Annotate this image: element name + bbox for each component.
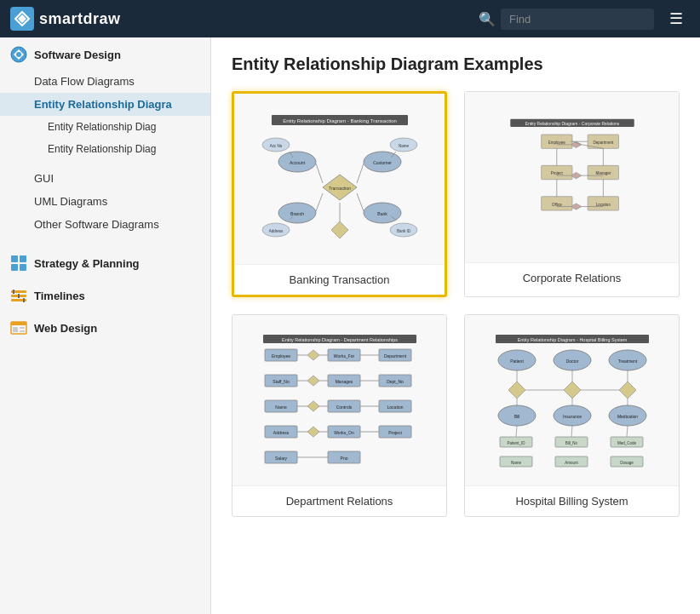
svg-rect-6 <box>20 255 26 262</box>
strategy-label: Strategy & Planning <box>34 257 140 270</box>
svg-text:Address: Address <box>268 229 283 233</box>
search-icon[interactable]: 🔍 <box>479 11 496 27</box>
svg-line-40 <box>316 164 323 183</box>
svg-rect-13 <box>18 294 20 298</box>
svg-marker-136 <box>564 382 581 399</box>
sidebar-item-entity-rel-sub2[interactable]: Entity Relationship Diag <box>0 138 210 160</box>
hamburger-menu-button[interactable]: ☰ <box>663 6 690 32</box>
sidebar-item-timelines[interactable]: Timelines <box>0 278 210 311</box>
svg-text:Treatment: Treatment <box>617 359 637 364</box>
svg-marker-137 <box>619 382 636 399</box>
svg-text:Entity Relationship Diagram - : Entity Relationship Diagram - Department… <box>281 337 397 342</box>
diagram-label-hospital: Hospital Billing System <box>465 485 679 516</box>
svg-rect-7 <box>11 264 18 271</box>
svg-text:Pno: Pno <box>340 456 347 461</box>
diagram-image-hospital: Entity Relationship Diagram - Hospital B… <box>465 315 679 485</box>
svg-text:Employee: Employee <box>548 141 565 145</box>
search-input[interactable] <box>501 9 654 30</box>
svg-text:Insurance: Insurance <box>563 414 582 419</box>
web-design-label: Web Design <box>34 322 97 335</box>
svg-rect-12 <box>13 290 14 294</box>
svg-rect-19 <box>20 330 25 332</box>
page-title: Entity Relationship Diagram Examples <box>232 55 680 74</box>
svg-text:Transaction: Transaction <box>329 186 351 191</box>
logo-area: smartdraw <box>10 7 470 31</box>
svg-text:Project: Project <box>550 171 563 175</box>
svg-marker-114 <box>307 427 319 437</box>
svg-text:Patient_ID: Patient_ID <box>507 441 525 445</box>
svg-line-162 <box>516 426 517 437</box>
software-design-icon <box>10 46 27 63</box>
svg-line-164 <box>627 426 628 437</box>
svg-marker-135 <box>508 382 525 399</box>
diagram-image-department: Entity Relationship Diagram - Department… <box>232 315 446 485</box>
diagram-grid: Entity Relationship Diagram - Banking Tr… <box>232 91 680 517</box>
svg-text:Account: Account <box>289 160 305 165</box>
sidebar-item-web-design[interactable]: Web Design <box>0 311 210 343</box>
svg-marker-94 <box>307 376 319 386</box>
svg-rect-17 <box>13 327 18 332</box>
svg-text:Location: Location <box>595 203 611 207</box>
svg-marker-48 <box>331 221 348 238</box>
diagram-label-corporate: Corporate Relations <box>465 262 679 293</box>
sidebar: Software Design Data Flow Diagrams Entit… <box>0 37 211 614</box>
svg-text:Name: Name <box>275 405 287 410</box>
diagram-card-hospital[interactable]: Entity Relationship Diagram - Hospital B… <box>464 314 680 517</box>
diagram-card-banking[interactable]: Entity Relationship Diagram - Banking Tr… <box>232 91 447 297</box>
logo-icon <box>10 7 34 31</box>
timelines-icon <box>10 287 27 304</box>
svg-text:Bank: Bank <box>377 211 387 216</box>
svg-text:Salary: Salary <box>274 456 287 461</box>
sidebar-item-software-design[interactable]: Software Design <box>0 37 210 70</box>
main-layout: Software Design Data Flow Diagrams Entit… <box>0 37 700 614</box>
diagram-image-banking: Entity Relationship Diagram - Banking Tr… <box>234 94 445 264</box>
svg-text:Acc No: Acc No <box>269 144 282 148</box>
svg-line-42 <box>316 193 323 211</box>
svg-text:Entity Relationship Diagram - : Entity Relationship Diagram - Corporate … <box>525 121 619 126</box>
svg-text:Medication: Medication <box>617 414 637 419</box>
svg-text:Employee: Employee <box>271 353 290 359</box>
svg-text:Controls: Controls <box>336 405 352 410</box>
svg-line-41 <box>357 164 364 183</box>
svg-text:Dept_No: Dept_No <box>387 379 404 384</box>
svg-text:Staff_No: Staff_No <box>273 379 290 384</box>
svg-text:Location: Location <box>387 405 403 410</box>
software-design-label: Software Design <box>34 49 121 61</box>
search-area: 🔍 <box>479 9 654 30</box>
sidebar-item-gui[interactable]: GUI <box>0 167 210 190</box>
svg-rect-16 <box>11 322 26 325</box>
sidebar-item-other-software[interactable]: Other Software Diagrams <box>0 213 210 236</box>
sidebar-item-uml[interactable]: UML Diagrams <box>0 190 210 213</box>
svg-text:Name: Name <box>510 461 521 465</box>
main-content: Entity Relationship Diagram Examples Ent… <box>211 37 700 614</box>
svg-text:Customer: Customer <box>373 160 392 165</box>
diagram-label-banking: Banking Transaction <box>234 264 445 295</box>
svg-rect-18 <box>20 327 25 329</box>
svg-line-43 <box>357 193 364 211</box>
svg-text:Bill_No: Bill_No <box>565 441 577 445</box>
sidebar-item-data-flow[interactable]: Data Flow Diagrams <box>0 70 210 93</box>
sidebar-item-entity-rel[interactable]: Entity Relationship Diagra <box>0 93 210 116</box>
svg-marker-84 <box>307 350 319 360</box>
sidebar-item-strategy[interactable]: Strategy & Planning <box>0 246 210 278</box>
svg-text:Manages: Manages <box>335 379 353 384</box>
svg-text:Bill: Bill <box>514 414 519 419</box>
diagram-label-department: Department Relations <box>232 485 446 516</box>
diagram-card-corporate[interactable]: Entity Relationship Diagram - Corporate … <box>464 91 680 297</box>
svg-text:Address: Address <box>273 430 289 435</box>
svg-text:Dosage: Dosage <box>620 461 634 465</box>
diagram-card-department[interactable]: Entity Relationship Diagram - Department… <box>232 314 447 517</box>
svg-rect-8 <box>20 264 26 271</box>
svg-text:Entity Relationship Diagram - : Entity Relationship Diagram - Banking Tr… <box>283 118 397 123</box>
svg-text:Works_On: Works_On <box>334 430 354 435</box>
web-design-icon <box>10 319 27 336</box>
svg-text:Name: Name <box>398 144 409 148</box>
svg-text:Project: Project <box>388 430 402 435</box>
sidebar-item-entity-rel-sub1[interactable]: Entity Relationship Diag <box>0 116 210 138</box>
svg-rect-5 <box>11 255 18 262</box>
svg-text:Bank ID: Bank ID <box>396 229 410 233</box>
svg-text:Amount: Amount <box>565 461 578 465</box>
svg-text:Department: Department <box>383 353 406 359</box>
svg-text:Branch: Branch <box>290 211 304 216</box>
svg-text:Entity Relationship Diagram - : Entity Relationship Diagram - Hospital B… <box>517 337 627 342</box>
